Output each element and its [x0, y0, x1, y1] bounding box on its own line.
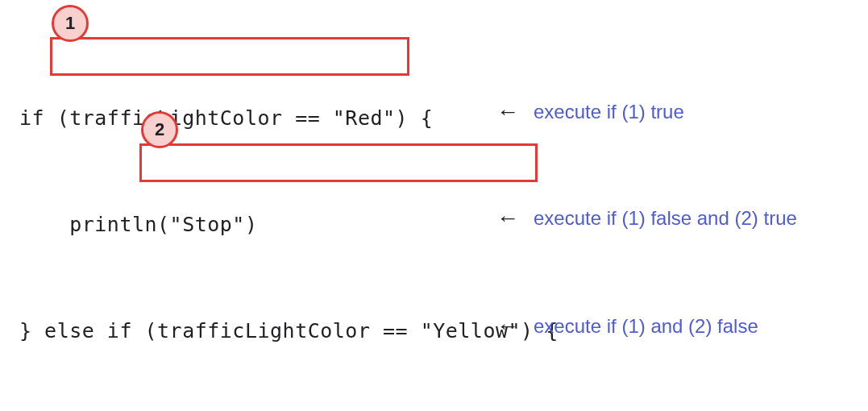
- condition-1-code: (trafficLightColor == "Red"): [57, 106, 408, 130]
- condition-2-box: [139, 143, 538, 182]
- condition-1-box: [50, 37, 409, 76]
- annotation-1-text: execute if (1) true: [496, 99, 684, 125]
- annotation-2-text: execute if (1) false and (2) true: [496, 206, 797, 231]
- badge-2: 2: [141, 111, 178, 148]
- kw-if: if: [19, 106, 57, 130]
- brace: {: [408, 106, 433, 130]
- kw-elseif: } else if: [19, 319, 145, 342]
- badge-1: 1: [52, 5, 89, 42]
- condition-2-code: (trafficLightColor == "Yellow"): [145, 319, 534, 342]
- code-block: if (trafficLightColor == "Red") { printl…: [19, 39, 559, 411]
- stmt-stop: println("Stop"): [19, 198, 559, 251]
- annotation-3-text: execute if (1) and (2) false: [496, 313, 758, 339]
